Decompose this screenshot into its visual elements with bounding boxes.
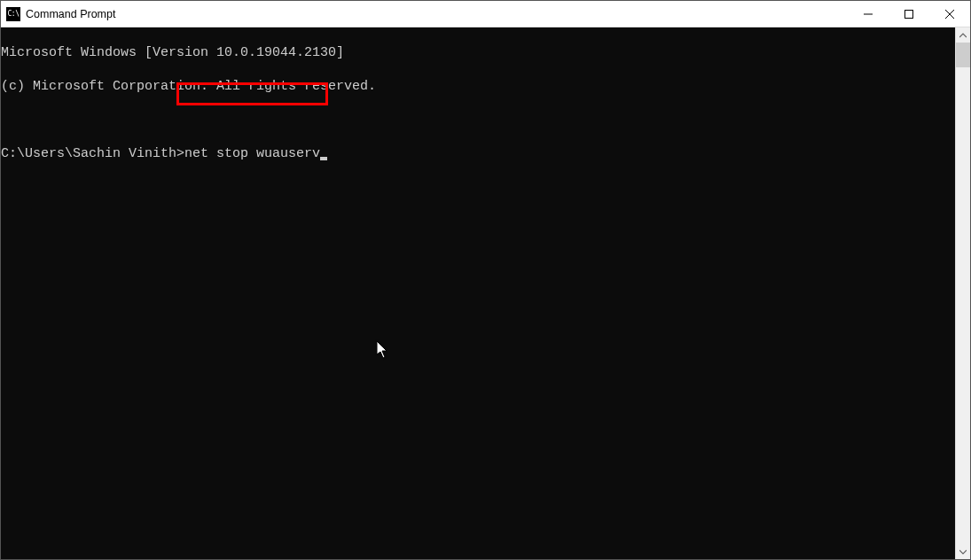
minimize-icon [864, 10, 873, 19]
content-area: Microsoft Windows [Version 10.0.19044.21… [1, 27, 970, 559]
titlebar[interactable]: C:\ Command Prompt [1, 1, 970, 27]
close-icon [944, 9, 955, 19]
maximize-button[interactable] [889, 1, 929, 27]
app-icon: C:\ [6, 7, 20, 21]
terminal-output[interactable]: Microsoft Windows [Version 10.0.19044.21… [1, 27, 955, 559]
svg-rect-1 [905, 11, 913, 19]
minimize-button[interactable] [848, 1, 889, 27]
command-prompt-window: C:\ Command Prompt Microsoft Windows [Ve… [0, 0, 971, 560]
close-button[interactable] [929, 1, 970, 27]
scroll-up-button[interactable] [956, 27, 970, 43]
scroll-down-button[interactable] [956, 544, 970, 559]
scrollbar-track[interactable] [956, 43, 970, 544]
vertical-scrollbar[interactable] [955, 27, 970, 559]
scrollbar-thumb[interactable] [956, 43, 970, 67]
prompt-path: C:\Users\Sachin Vinith> [1, 146, 184, 161]
copyright-line: (c) Microsoft Corporation. All rights re… [1, 78, 955, 95]
text-cursor [320, 157, 327, 160]
chevron-down-icon [959, 548, 967, 556]
prompt-line: C:\Users\Sachin Vinith>net stop wuauserv [1, 145, 955, 162]
mouse-cursor [313, 324, 389, 381]
blank-line [1, 112, 955, 128]
chevron-up-icon [959, 32, 967, 39]
typed-command: net stop wuauserv [184, 146, 320, 161]
maximize-icon [904, 10, 913, 19]
window-controls [848, 1, 970, 27]
window-title: Command Prompt [26, 8, 115, 20]
version-line: Microsoft Windows [Version 10.0.19044.21… [1, 44, 955, 61]
